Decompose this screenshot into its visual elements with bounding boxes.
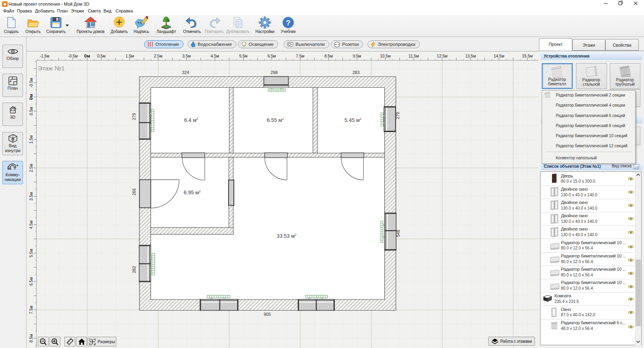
svg-text:282: 282 [132,266,136,273]
svg-text:266: 266 [132,188,136,196]
svg-text:14.5м: 14.5м [493,54,504,58]
svg-text:3.5м: 3.5м [29,192,33,200]
svg-text:-0.5м: -0.5м [68,54,78,58]
svg-text:2.5м: 2.5м [29,164,33,172]
svg-text:12.5м: 12.5м [437,54,447,58]
svg-text:905: 905 [264,312,271,317]
svg-text:8.5м: 8.5м [29,334,33,342]
svg-text:283: 283 [353,70,360,75]
svg-text:33.53 м2: 33.53 м2 [277,233,297,239]
svg-text:4.5м: 4.5м [211,54,219,58]
svg-text:10.5м: 10.5м [380,54,390,58]
svg-text:1.5м: 1.5м [126,54,134,58]
svg-text:279: 279 [395,112,400,119]
svg-text:6.5м: 6.5м [268,54,276,58]
svg-text:13.5м: 13.5м [465,54,476,58]
svg-text:548: 548 [396,230,400,237]
svg-text:3.5м: 3.5м [182,54,191,58]
svg-text:6.5м: 6.5м [29,277,33,286]
svg-text:9.5м: 9.5м [353,54,361,58]
svg-text:-0.5м: -0.5м [29,78,33,88]
svg-text:2.5м: 2.5м [154,54,163,58]
svg-text:298: 298 [270,70,278,75]
svg-text:?: ? [286,19,290,27]
svg-text:324: 324 [182,70,189,75]
svg-text:15.5м: 15.5м [522,54,533,58]
svg-text:5.5м: 5.5м [29,249,33,257]
svg-text:5.5м: 5.5м [239,54,248,58]
svg-text:0.5м: 0.5м [29,107,33,115]
svg-text:-1.5м: -1.5м [40,54,50,58]
svg-text:5.45 м2: 5.45 м2 [345,117,362,123]
svg-text:0.5м: 0.5м [97,54,105,58]
svg-text:6.4 м2: 6.4 м2 [184,117,198,123]
svg-text:11.5м: 11.5м [409,54,419,58]
svg-text:0м: 0м [29,94,33,100]
svg-text:7.5м: 7.5м [29,306,33,314]
svg-text:Этаж №1: Этаж №1 [38,65,65,72]
svg-text:8.5м: 8.5м [324,54,333,58]
svg-text:7.5м: 7.5м [296,54,304,58]
svg-text:4.5м: 4.5м [29,220,33,229]
svg-text:1.5м: 1.5м [29,135,33,144]
svg-text:6.55 м2: 6.55 м2 [267,117,284,123]
svg-text:0м: 0м [84,54,90,58]
svg-text:279: 279 [132,113,136,120]
svg-text:6.95 м2: 6.95 м2 [184,189,201,196]
